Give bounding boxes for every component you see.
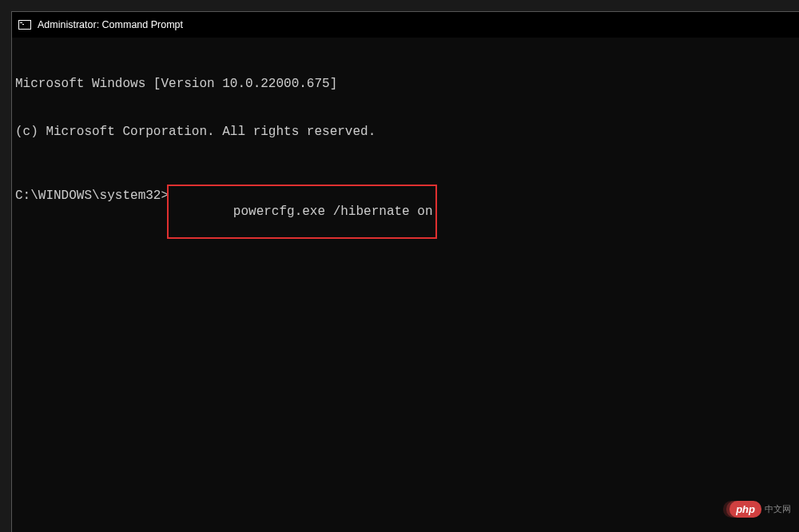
command-text[interactable]: powercfg.exe /hibernate on [233,204,433,219]
prompt-line: C:\WINDOWS\system32> powercfg.exe /hiber… [15,188,796,239]
titlebar[interactable]: Administrator: Command Prompt [12,12,799,38]
copyright-line: (c) Microsoft Corporation. All rights re… [15,124,796,140]
version-line: Microsoft Windows [Version 10.0.22000.67… [15,76,796,92]
cmd-icon [18,20,31,30]
watermark-badge: php [729,501,761,518]
watermark-text: 中文网 [765,503,791,515]
window-title: Administrator: Command Prompt [38,19,183,30]
command-prompt-window: Administrator: Command Prompt Microsoft … [11,11,799,532]
command-input-highlight: powercfg.exe /hibernate on [167,185,437,239]
prompt-path: C:\WINDOWS\system32> [15,188,169,239]
watermark: php 中文网 [729,501,791,518]
terminal-output[interactable]: Microsoft Windows [Version 10.0.22000.67… [12,38,799,277]
